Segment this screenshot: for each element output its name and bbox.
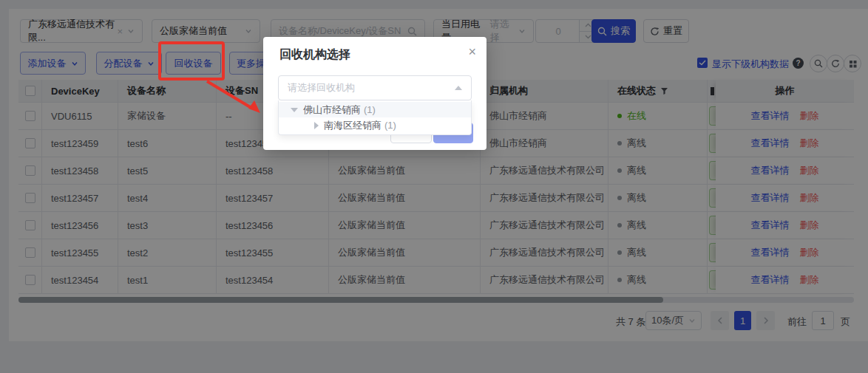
recycle-org-modal: 回收机构选择 × 请选择回收机构 佛山市经销商(1)南海区经销商(1) [263, 37, 486, 150]
org-tree-item[interactable]: 南海区经销商(1) [279, 117, 471, 133]
recycle-org-select[interactable]: 请选择回收机构 [278, 75, 472, 100]
org-tree-label: 南海区经销商 [324, 119, 382, 132]
close-icon[interactable]: × [468, 44, 476, 60]
device-management-page: { "filters": { "org_select": { "value": … [0, 0, 868, 373]
arrow-up-icon [455, 86, 462, 90]
caret-down-icon[interactable] [291, 108, 298, 112]
modal-title: 回收机构选择 [279, 47, 350, 63]
org-tree-item[interactable]: 佛山市经销商(1) [279, 102, 471, 117]
recycle-org-placeholder: 请选择回收机构 [288, 81, 355, 95]
org-tree-count: (1) [364, 104, 376, 115]
caret-right-icon[interactable] [314, 122, 319, 129]
org-tree-label: 佛山市经销商 [303, 103, 361, 117]
org-tree-dropdown: 佛山市经销商(1)南海区经销商(1) [278, 100, 472, 135]
org-tree-count: (1) [384, 120, 396, 131]
